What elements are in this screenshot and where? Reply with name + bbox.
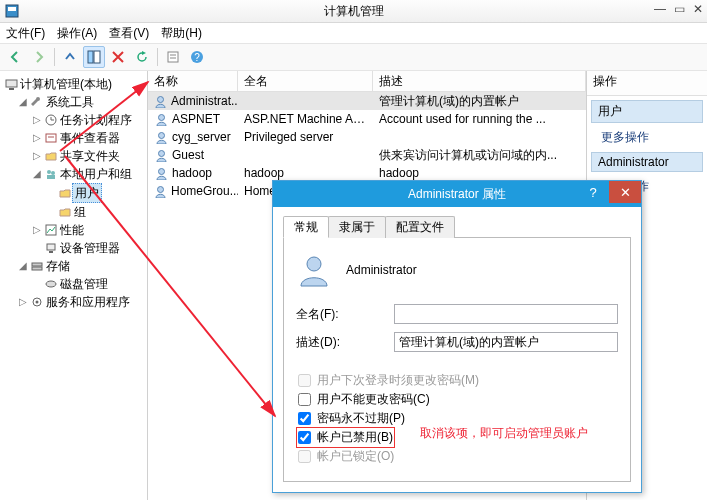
actions-section-users[interactable]: 用户 — [591, 100, 703, 123]
menu-view[interactable]: 查看(V) — [109, 25, 149, 42]
tree-system-tools[interactable]: ◢ 系统工具 — [18, 93, 147, 111]
shared-folder-icon — [44, 149, 58, 163]
close-button[interactable]: ✕ — [693, 2, 703, 16]
user-icon — [154, 184, 167, 198]
chk-must-change-label: 用户下次登录时须更改密码(M) — [317, 372, 479, 389]
maximize-button[interactable]: ▭ — [674, 2, 685, 16]
main-titlebar: 计算机管理 — ▭ ✕ — [0, 0, 707, 23]
chk-never-expire-label: 密码永不过期(P) — [317, 410, 405, 427]
tree-performance-label: 性能 — [60, 221, 84, 239]
cell-name: Guest — [148, 148, 238, 162]
tree-event-viewer-label: 事件查看器 — [60, 129, 120, 147]
tree-services-apps[interactable]: ▷服务和应用程序 — [18, 293, 147, 311]
tree-disk-mgmt-label: 磁盘管理 — [60, 275, 108, 293]
delete-button[interactable] — [107, 46, 129, 68]
svg-rect-10 — [9, 88, 14, 90]
cell-fullname: Privileged server — [238, 130, 373, 144]
toggle-tree-button[interactable] — [83, 46, 105, 68]
actions-section-admin[interactable]: Administrator — [591, 152, 703, 172]
tree-services-apps-label: 服务和应用程序 — [46, 293, 130, 311]
tree-task-scheduler[interactable]: ▷任务计划程序 — [32, 111, 147, 129]
tree-pane: 计算机管理(本地) ◢ 系统工具 ▷任务计划程序 ▷事件查看器 — [0, 71, 148, 500]
cell-name: hadoop — [148, 166, 238, 180]
svg-point-28 — [158, 150, 164, 156]
tree-event-viewer[interactable]: ▷事件查看器 — [32, 129, 147, 147]
tree-root[interactable]: 计算机管理(本地) — [4, 75, 147, 93]
chk-never-expire[interactable] — [298, 412, 311, 425]
user-row[interactable]: ASPNETASP.NET Machine Acc...Account used… — [148, 110, 586, 128]
menu-action[interactable]: 操作(A) — [57, 25, 97, 42]
tree-performance[interactable]: ▷性能 — [32, 221, 147, 239]
actions-header: 操作 — [587, 71, 707, 96]
toolbar: ? — [0, 44, 707, 71]
minimize-button[interactable]: — — [654, 2, 666, 16]
chk-account-disabled[interactable] — [298, 431, 311, 444]
user-row[interactable]: cyg_serverPrivileged server — [148, 128, 586, 146]
performance-icon — [44, 223, 58, 237]
nav-up-button[interactable] — [59, 46, 81, 68]
svg-rect-16 — [47, 175, 55, 179]
account-name: Administrator — [346, 263, 417, 277]
clock-icon — [44, 113, 58, 127]
menu-help[interactable]: 帮助(H) — [161, 25, 202, 42]
svg-text:?: ? — [194, 52, 200, 63]
user-row[interactable]: Administrat...管理计算机(域)的内置帐户 — [148, 92, 586, 110]
help-button[interactable]: ? — [186, 46, 208, 68]
tree-local-users-groups[interactable]: ◢本地用户和组 — [32, 165, 147, 183]
tree-device-manager[interactable]: 设备管理器 — [32, 239, 147, 257]
nav-forward-button[interactable] — [28, 46, 50, 68]
menu-file[interactable]: 文件(F) — [6, 25, 45, 42]
desc-label: 描述(D): — [296, 334, 386, 351]
tree-groups[interactable]: 组 — [46, 203, 147, 221]
services-icon — [30, 295, 44, 309]
tree-shared-folders-label: 共享文件夹 — [60, 147, 120, 165]
col-name[interactable]: 名称 — [148, 71, 238, 91]
refresh-button[interactable] — [131, 46, 153, 68]
user-icon — [154, 112, 168, 126]
svg-point-30 — [158, 186, 164, 192]
tree-users[interactable]: 用户 — [46, 183, 147, 203]
user-icon — [154, 166, 168, 180]
col-fullname[interactable]: 全名 — [238, 71, 373, 91]
tree-storage[interactable]: ◢存储 — [18, 257, 147, 275]
user-row[interactable]: Guest供来宾访问计算机或访问域的内... — [148, 146, 586, 164]
svg-rect-9 — [6, 80, 17, 87]
chk-account-locked-label: 帐户已锁定(O) — [317, 448, 394, 465]
svg-point-27 — [158, 132, 164, 138]
dialog-close-button[interactable]: ✕ — [609, 181, 641, 203]
svg-rect-2 — [88, 51, 93, 63]
tree-users-label: 用户 — [72, 183, 102, 203]
annotation-text: 取消该项，即可启动管理员账户 — [420, 425, 588, 442]
tab-general[interactable]: 常规 — [283, 216, 329, 238]
cell-description: Account used for running the ... — [373, 112, 586, 126]
actions-more-users[interactable]: 更多操作 — [587, 127, 707, 148]
cell-name: ASPNET — [148, 112, 238, 126]
tree-root-label: 计算机管理(本地) — [20, 75, 112, 93]
cell-description: hadoop — [373, 166, 586, 180]
wrench-icon — [30, 95, 44, 109]
svg-rect-18 — [47, 244, 55, 250]
cell-name: cyg_server — [148, 130, 238, 144]
svg-point-31 — [307, 257, 321, 271]
fullname-input[interactable] — [394, 304, 618, 324]
dialog-titlebar: Administrator 属性 ? ✕ — [273, 181, 641, 207]
nav-back-button[interactable] — [4, 46, 26, 68]
tree-device-manager-label: 设备管理器 — [60, 239, 120, 257]
chk-cannot-change[interactable] — [298, 393, 311, 406]
cell-fullname: hadoop — [238, 166, 373, 180]
tab-memberof[interactable]: 隶属于 — [328, 216, 386, 238]
user-icon — [154, 130, 168, 144]
cell-description: 管理计算机(域)的内置帐户 — [373, 93, 586, 110]
cell-name: HomeGrou... — [148, 184, 238, 198]
tab-profile[interactable]: 配置文件 — [385, 216, 455, 238]
desc-input[interactable] — [394, 332, 618, 352]
tree-groups-label: 组 — [74, 203, 86, 221]
svg-point-29 — [158, 168, 164, 174]
users-group-icon — [44, 167, 58, 181]
dialog-help-button[interactable]: ? — [577, 181, 609, 203]
tree-disk-mgmt[interactable]: 磁盘管理 — [32, 275, 147, 293]
col-description[interactable]: 描述 — [373, 71, 586, 91]
properties-button[interactable] — [162, 46, 184, 68]
tree-shared-folders[interactable]: ▷共享文件夹 — [32, 147, 147, 165]
properties-dialog: Administrator 属性 ? ✕ 常规 隶属于 配置文件 Adminis… — [272, 180, 642, 493]
